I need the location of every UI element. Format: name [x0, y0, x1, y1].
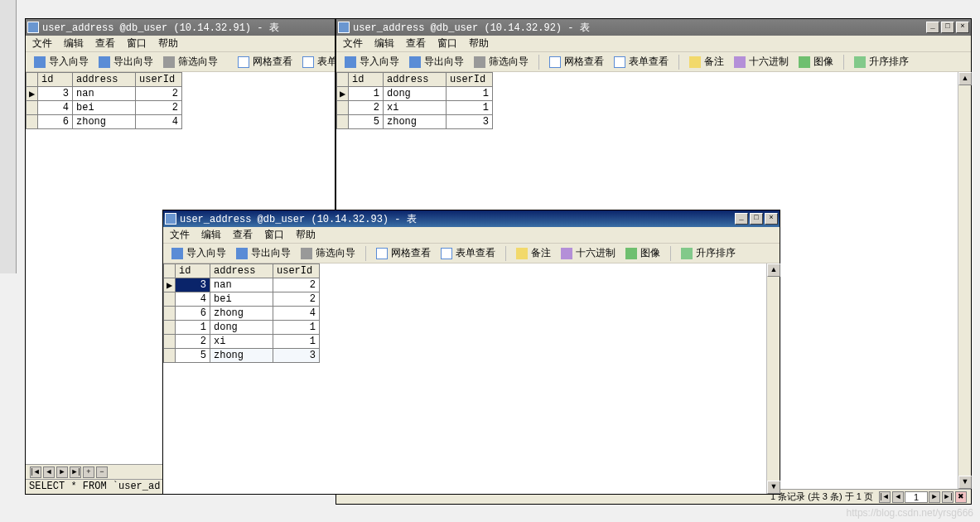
scroll-down[interactable]: ▼	[767, 481, 780, 494]
col-userid[interactable]: userId	[136, 73, 182, 87]
first-button[interactable]: |◄	[30, 466, 41, 478]
cell-id[interactable]: 4	[176, 292, 210, 307]
minimize-button[interactable]: _	[735, 213, 748, 225]
close-button[interactable]: ×	[956, 22, 969, 33]
first-button[interactable]: |◄	[879, 491, 891, 503]
export-button[interactable]: 导出向导	[94, 53, 158, 70]
data-grid[interactable]: id address userId ▶1dong12xi15zhong3	[336, 72, 493, 129]
data-grid[interactable]: id address userId ▶3nan24bei26zhong41don…	[163, 263, 320, 363]
titlebar[interactable]: user_address @db_user (10.14.32.91) - 表	[26, 19, 335, 36]
sort-button[interactable]: 升序排序	[849, 53, 914, 70]
cell-id[interactable]: 6	[176, 307, 210, 321]
table-row[interactable]: 2xi1	[164, 335, 320, 349]
titlebar[interactable]: user_address @db_user (10.14.32.92) - 表 …	[336, 19, 971, 36]
sort-button[interactable]: 升序排序	[676, 244, 741, 262]
cell-address[interactable]: dong	[384, 87, 447, 101]
import-button[interactable]: 导入向导	[340, 53, 404, 70]
table-row[interactable]: ▶3nan2	[27, 87, 182, 101]
col-id[interactable]: id	[176, 264, 210, 278]
scroll-up[interactable]: ▲	[958, 72, 972, 85]
formview-button[interactable]: 表单查看	[436, 244, 500, 262]
vertical-scrollbar[interactable]: ▲ ▼	[958, 72, 971, 489]
last-button[interactable]: ►|	[942, 491, 953, 503]
minimize-button[interactable]: _	[926, 22, 939, 33]
menu-edit[interactable]: 编辑	[201, 228, 221, 242]
last-button[interactable]: ►|	[70, 466, 81, 478]
image-button[interactable]: 图像	[794, 53, 838, 70]
menu-help[interactable]: 帮助	[296, 228, 316, 242]
menu-edit[interactable]: 编辑	[374, 36, 394, 51]
menu-view[interactable]: 查看	[95, 36, 115, 51]
image-button[interactable]: 图像	[620, 244, 665, 262]
formview-button[interactable]: 表单查看	[609, 53, 673, 70]
cell-id[interactable]: 5	[349, 115, 384, 129]
table-row[interactable]: 5zhong3	[164, 349, 320, 363]
scroll-up[interactable]: ▲	[767, 263, 780, 277]
cell-address[interactable]: zhong	[73, 115, 136, 129]
export-button[interactable]: 导出向导	[404, 53, 469, 70]
cell-id[interactable]: 3	[38, 87, 73, 101]
cell-id[interactable]: 4	[38, 101, 73, 115]
cell-id[interactable]: 2	[349, 101, 384, 115]
gridview-button[interactable]: 网格查看	[371, 244, 436, 262]
close-button[interactable]: ×	[765, 213, 778, 225]
import-button[interactable]: 导入向导	[29, 53, 94, 70]
cell-id[interactable]: 1	[349, 87, 384, 101]
col-address[interactable]: address	[73, 73, 136, 87]
table-row[interactable]: 4bei2	[27, 101, 182, 115]
menu-help[interactable]: 帮助	[469, 36, 489, 51]
table-row[interactable]: ▶3nan2	[164, 278, 320, 292]
menu-view[interactable]: 查看	[233, 228, 253, 242]
cell-userid[interactable]: 1	[273, 321, 320, 335]
cell-address[interactable]: zhong	[384, 115, 447, 129]
gridview-button[interactable]: 网格查看	[233, 53, 297, 70]
cell-userid[interactable]: 1	[447, 87, 493, 101]
table-row[interactable]: 5zhong3	[337, 115, 493, 129]
filter-button[interactable]: 筛选向导	[158, 53, 223, 70]
cell-address[interactable]: xi	[384, 101, 447, 115]
next-button[interactable]: ►	[56, 466, 68, 478]
titlebar[interactable]: user_address @db_user (10.14.32.93) - 表 …	[163, 210, 780, 227]
cell-address[interactable]: bei	[73, 101, 136, 115]
data-grid[interactable]: id address userId ▶3nan24bei26zhong4	[26, 72, 182, 129]
col-id[interactable]: id	[38, 73, 73, 87]
cell-userid[interactable]: 2	[136, 87, 182, 101]
menu-file[interactable]: 文件	[32, 36, 52, 51]
cell-address[interactable]: nan	[73, 87, 136, 101]
cell-id[interactable]: 2	[176, 335, 210, 349]
col-address[interactable]: address	[210, 264, 273, 278]
table-row[interactable]: 6zhong4	[27, 115, 182, 129]
maximize-button[interactable]: □	[941, 22, 954, 33]
menu-help[interactable]: 帮助	[158, 36, 178, 51]
cell-userid[interactable]: 2	[273, 292, 320, 307]
table-row[interactable]: ▶1dong1	[337, 87, 493, 101]
col-id[interactable]: id	[349, 73, 384, 87]
table-row[interactable]: 1dong1	[164, 321, 320, 335]
cell-address[interactable]: zhong	[210, 349, 273, 363]
cell-address[interactable]: zhong	[210, 307, 273, 321]
add-button[interactable]: +	[83, 466, 94, 478]
menu-file[interactable]: 文件	[343, 36, 363, 51]
del-button[interactable]: −	[96, 466, 108, 478]
cell-userid[interactable]: 2	[273, 278, 320, 292]
export-button[interactable]: 导出向导	[231, 244, 296, 262]
vertical-scrollbar[interactable]: ▲ ▼	[766, 263, 780, 494]
import-button[interactable]: 导入向导	[167, 244, 231, 262]
cell-address[interactable]: xi	[210, 335, 273, 349]
cell-userid[interactable]: 1	[447, 101, 493, 115]
page-input[interactable]	[905, 491, 928, 503]
cell-userid[interactable]: 1	[273, 335, 320, 349]
table-row[interactable]: 6zhong4	[164, 307, 320, 321]
hex-button[interactable]: 十六进制	[556, 244, 620, 262]
cell-address[interactable]: bei	[210, 292, 273, 307]
cell-id[interactable]: 6	[38, 115, 73, 129]
memo-button[interactable]: 备注	[684, 53, 729, 70]
cell-address[interactable]: dong	[210, 321, 273, 335]
cell-userid[interactable]: 2	[136, 101, 182, 115]
menu-window[interactable]: 窗口	[264, 228, 284, 242]
menu-edit[interactable]: 编辑	[64, 36, 84, 51]
stop-button[interactable]: ✖	[955, 491, 967, 503]
maximize-button[interactable]: □	[750, 213, 763, 225]
prev-button[interactable]: ◄	[43, 466, 55, 478]
filter-button[interactable]: 筛选向导	[296, 244, 360, 262]
